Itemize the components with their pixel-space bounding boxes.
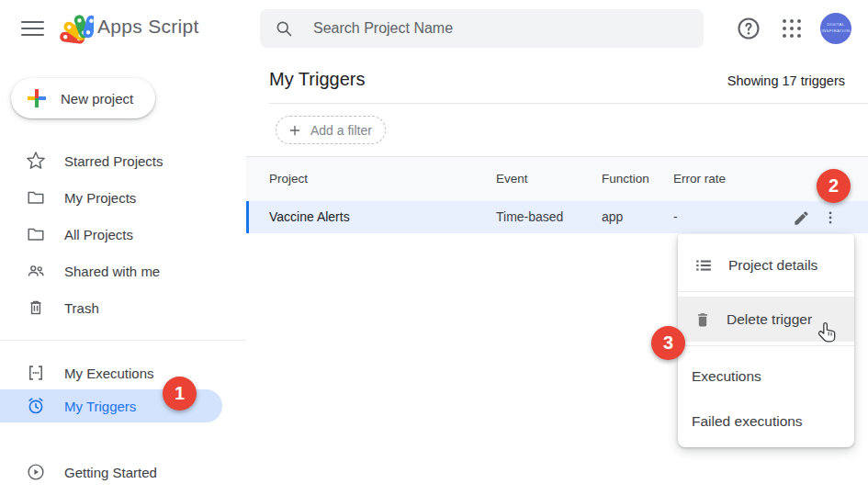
folder-icon xyxy=(25,223,47,245)
menu-item-failed-executions[interactable]: Failed executions xyxy=(678,399,854,444)
menu-divider xyxy=(678,291,854,292)
plus-icon xyxy=(287,123,302,138)
sidebar-item-label: My Triggers xyxy=(64,399,136,414)
sidebar-item-getting-started[interactable]: Getting Started xyxy=(0,454,222,490)
menu-item-label: Failed executions xyxy=(692,413,803,430)
sidebar-item-label: Trash xyxy=(64,300,99,316)
new-project-button[interactable]: New project xyxy=(11,78,155,118)
cell-event: Time-based xyxy=(496,201,563,233)
avatar-text-line2: INSPIRATION xyxy=(821,28,850,35)
help-icon[interactable] xyxy=(736,16,761,41)
new-project-label: New project xyxy=(61,91,133,107)
step-badge-3: 3 xyxy=(651,326,685,360)
vertical-dots-icon xyxy=(822,209,839,226)
table-row-vaccine-alerts[interactable]: Vaccine Alerts Time-based app - xyxy=(246,201,868,233)
hand-cursor-icon xyxy=(817,321,840,350)
search-input[interactable] xyxy=(311,19,689,38)
cell-function: app xyxy=(602,201,623,233)
sidebar-item-label: Starred Projects xyxy=(64,153,163,169)
account-avatar[interactable]: DIGITAL INSPIRATION xyxy=(820,13,851,44)
add-filter-label: Add a filter xyxy=(310,123,372,138)
search-icon xyxy=(275,19,293,38)
sidebar-divider xyxy=(0,340,246,341)
page-title: My Triggers xyxy=(269,69,365,90)
sidebar-item-starred-projects[interactable]: Starred Projects xyxy=(0,142,222,179)
apps-script-logo-icon xyxy=(55,11,94,46)
trash-filled-icon xyxy=(693,310,712,329)
sidebar-item-label: Shared with me xyxy=(64,264,160,279)
pencil-icon xyxy=(793,209,810,227)
trash-icon xyxy=(25,297,47,319)
menu-item-label: Executions xyxy=(692,368,761,385)
sidebar-item-label: My Projects xyxy=(64,190,136,206)
step-badge-1: 1 xyxy=(163,377,197,411)
search-bar[interactable] xyxy=(260,9,704,48)
apps-script-window: Apps Script DIGITAL INSPIRATION xyxy=(0,0,868,495)
add-filter-chip[interactable]: Add a filter xyxy=(276,116,386,144)
column-header-error-rate: Error rate xyxy=(673,157,726,201)
avatar-text-line1: DIGITAL xyxy=(828,22,845,28)
app-title: Apps Script xyxy=(97,16,199,38)
title-divider xyxy=(269,103,868,104)
step-badge-2: 2 xyxy=(817,169,851,203)
sidebar-item-label: All Projects xyxy=(64,227,133,242)
cell-error-rate: - xyxy=(673,201,678,233)
list-icon xyxy=(693,255,714,276)
sidebar-item-label: Getting Started xyxy=(64,465,157,480)
column-header-function: Function xyxy=(602,157,649,201)
menu-icon[interactable] xyxy=(21,21,44,36)
edit-trigger-button[interactable] xyxy=(788,205,814,231)
sidebar-item-my-projects[interactable]: My Projects xyxy=(0,179,222,216)
executions-icon xyxy=(25,362,47,384)
sidebar-item-label: My Executions xyxy=(64,366,154,381)
folder-icon xyxy=(25,186,47,208)
trigger-count-label: Showing 17 triggers xyxy=(727,73,845,88)
cell-project: Vaccine Alerts xyxy=(269,201,350,233)
table-header-row: Project Event Function Error rate xyxy=(246,156,868,201)
sidebar-item-trash[interactable]: Trash xyxy=(0,289,222,326)
menu-item-label: Delete trigger xyxy=(727,311,812,328)
google-apps-grid-icon[interactable] xyxy=(781,17,803,39)
play-circle-icon xyxy=(25,461,47,483)
people-icon xyxy=(25,260,47,282)
plus-multicolor-icon xyxy=(26,87,48,109)
sidebar-item-all-projects[interactable]: All Projects xyxy=(0,216,222,253)
menu-item-project-details[interactable]: Project details xyxy=(678,242,854,289)
trigger-more-options-button[interactable] xyxy=(817,205,843,231)
column-header-project: Project xyxy=(269,157,308,201)
menu-item-executions[interactable]: Executions xyxy=(678,354,854,399)
star-icon xyxy=(25,150,47,172)
alarm-clock-icon xyxy=(25,395,47,417)
menu-item-label: Project details xyxy=(728,257,817,274)
sidebar-item-shared-with-me[interactable]: Shared with me xyxy=(0,253,222,289)
column-header-event: Event xyxy=(496,157,528,201)
